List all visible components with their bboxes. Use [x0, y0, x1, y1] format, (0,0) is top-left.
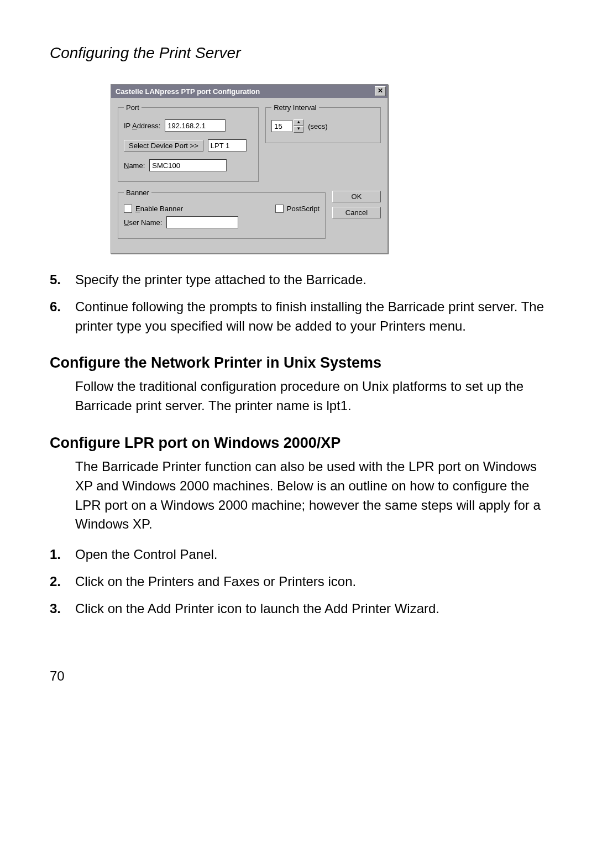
config-dialog: Castelle LANpress PTP port Configuration… [111, 84, 388, 254]
list-item: 3. Click on the Add Printer icon to laun… [50, 599, 547, 619]
list-item: 5. Specify the printer type attached to … [50, 270, 547, 290]
ip-address-input[interactable] [165, 119, 226, 132]
step-text: Click on the Printers and Faxes or Print… [75, 572, 356, 592]
step-number: 2. [50, 572, 75, 592]
step-text: Continue following the prompts to finish… [75, 297, 547, 336]
spinner-down-icon[interactable]: ▼ [294, 126, 303, 133]
step-text: Click on the Add Printer icon to launch … [75, 599, 439, 619]
name-label-post: ame: [129, 161, 145, 170]
step-number: 3. [50, 599, 75, 619]
banner-legend: Banner [124, 189, 151, 197]
steps-list-a: 5. Specify the printer type attached to … [50, 270, 547, 336]
retry-legend: Retry Interval [271, 103, 318, 112]
ok-button[interactable]: OK [332, 191, 381, 202]
ip-label-pre: IP [124, 122, 132, 130]
steps-list-b: 1. Open the Control Panel. 2. Click on t… [50, 545, 547, 618]
user-name-input[interactable] [166, 216, 238, 228]
spinner-up-icon[interactable]: ▲ [294, 119, 303, 126]
port-group: Port IP Address: Select Device Port >> [118, 103, 259, 182]
step-number: 1. [50, 545, 75, 564]
retry-unit: (secs) [308, 122, 327, 130]
user-name-label: User Name: [124, 218, 162, 227]
step-number: 5. [50, 270, 75, 290]
retry-interval-group: Retry Interval ▲ ▼ (secs) [265, 103, 381, 143]
dialog-title: Castelle LANpress PTP port Configuration [116, 87, 260, 96]
name-label-u: N [124, 161, 129, 170]
section-body-lpr: The Barricade Printer function can also … [75, 457, 547, 534]
section-body-unix: Follow the traditional configuration pro… [75, 377, 547, 416]
close-icon[interactable]: ✕ [375, 86, 386, 96]
checkbox-icon [124, 205, 132, 213]
port-legend: Port [124, 103, 142, 112]
select-device-port-button[interactable]: Select Device Port >> [124, 140, 203, 151]
list-item: 2. Click on the Printers and Faxes or Pr… [50, 572, 547, 592]
ip-label-u: A [132, 122, 137, 130]
checkbox-icon [275, 205, 284, 213]
name-input[interactable] [149, 159, 227, 171]
page-number: 70 [50, 668, 547, 684]
postscript-label: PostScript [287, 205, 320, 213]
name-label: Name: [124, 161, 145, 170]
step-number: 6. [50, 297, 75, 336]
device-port-input[interactable] [208, 139, 247, 151]
ip-label-post: ddress: [137, 122, 161, 130]
step-text: Specify the printer type attached to the… [75, 270, 366, 290]
page-header: Configuring the Print Server [50, 44, 547, 62]
enable-post: nable Banner [140, 205, 183, 213]
user-u: U [124, 218, 129, 227]
list-item: 6. Continue following the prompts to fin… [50, 297, 547, 336]
dialog-titlebar: Castelle LANpress PTP port Configuration… [111, 85, 387, 98]
section-heading-lpr: Configure LPR port on Windows 2000/XP [50, 435, 547, 452]
enable-u: E [135, 205, 140, 213]
cancel-button[interactable]: Cancel [332, 207, 381, 218]
step-text: Open the Control Panel. [75, 545, 218, 564]
retry-interval-spinner[interactable]: ▲ ▼ [271, 119, 303, 133]
retry-interval-input[interactable] [271, 120, 292, 132]
banner-group: Banner Enable Banner PostScript [118, 189, 326, 239]
postscript-checkbox[interactable]: PostScript [275, 205, 320, 213]
user-post: ser Name: [129, 218, 162, 227]
ip-address-label: IP Address: [124, 122, 160, 130]
enable-banner-checkbox[interactable]: Enable Banner [124, 205, 183, 213]
list-item: 1. Open the Control Panel. [50, 545, 547, 564]
section-heading-unix: Configure the Network Printer in Unix Sy… [50, 354, 547, 372]
